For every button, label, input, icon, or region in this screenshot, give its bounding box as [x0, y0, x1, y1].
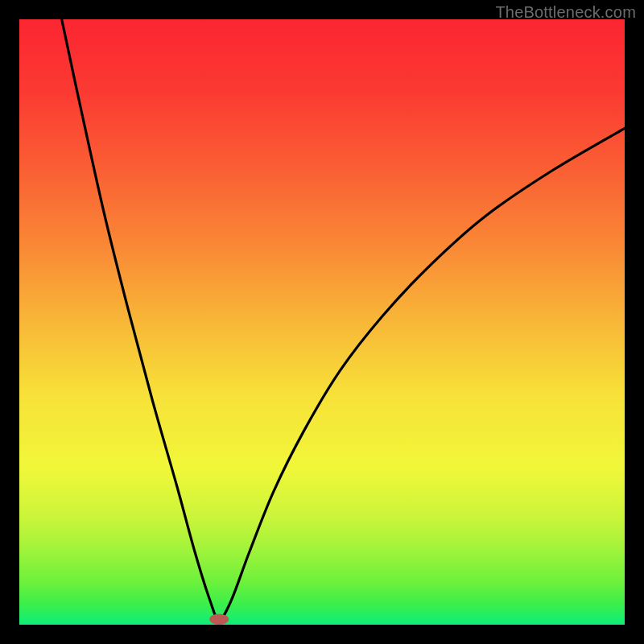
- plot-svg: [19, 19, 625, 625]
- watermark-label: TheBottleneck.com: [495, 3, 636, 22]
- minimum-marker: [209, 613, 229, 625]
- plot-frame: [19, 19, 625, 625]
- chart-root: TheBottleneck.com: [0, 0, 644, 644]
- gradient-background: [19, 19, 625, 625]
